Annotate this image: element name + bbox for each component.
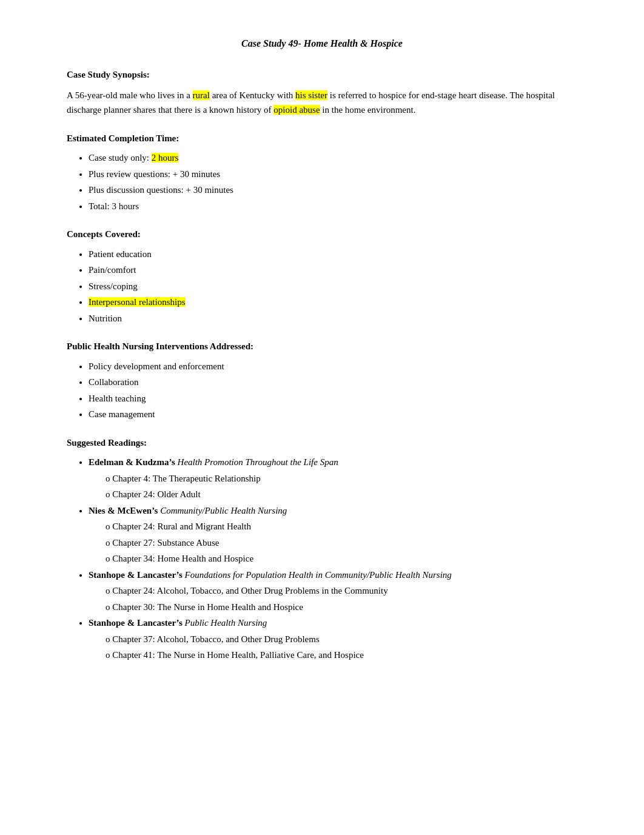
page-title: Case Study 49- Home Health & Hospice (67, 36, 577, 51)
list-item: Plus review questions: + 30 minutes (89, 167, 577, 181)
book-2-title: Community/Public Health Nursing (160, 506, 287, 515)
book-4-chapter-1: Chapter 37: Alcohol, Tobacco, and Other … (112, 634, 320, 644)
book-1-chapter-2: Chapter 24: Older Adult (112, 489, 200, 499)
list-item: Chapter 27: Substance Abuse (106, 536, 577, 550)
book-3-chapter-2: Chapter 30: The Nurse in Home Health and… (112, 602, 303, 612)
book-4-author: Stanhope & Lancaster’s (89, 618, 183, 628)
list-item: Policy development and enforcement (89, 360, 577, 374)
list-item: Total: 3 hours (89, 200, 577, 213)
list-item: Collaboration (89, 375, 577, 389)
book-3-chapter-1: Chapter 24: Alcohol, Tobacco, and Other … (112, 586, 387, 595)
list-item: Chapter 30: The Nurse in Home Health and… (106, 600, 577, 614)
concept-patient-education: Patient education (89, 249, 152, 259)
list-item: Health teaching (89, 392, 577, 406)
synopsis-text-after-rural: area of Kentucky with (210, 90, 295, 100)
his-sister-highlight: his sister (295, 90, 327, 100)
intervention-health-teaching: Health teaching (89, 394, 146, 403)
opioid-abuse-highlight: opioid abuse (273, 105, 320, 115)
book-4-chapter-2: Chapter 41: The Nurse in Home Health, Pa… (112, 650, 364, 660)
book-1-author: Edelman & Kudzma’s (89, 457, 175, 467)
rural-highlight: rural (193, 90, 210, 100)
interventions-heading: Public Health Nursing Interventions Addr… (67, 340, 577, 354)
concept-interpersonal: Interpersonal relationships (89, 297, 186, 307)
concepts-list: Patient education Pain/comfort Stress/co… (89, 247, 577, 326)
book-2-chapter-1: Chapter 24: Rural and Migrant Health (112, 521, 251, 531)
synopsis-text: A 56-year-old male who lives in a rural … (67, 88, 577, 117)
list-item: Case study only: 2 hours (89, 151, 577, 165)
list-item: Chapter 41: The Nurse in Home Health, Pa… (106, 648, 577, 662)
readings-section: Suggested Readings: Edelman & Kudzma’s H… (67, 436, 577, 662)
concept-nutrition: Nutrition (89, 314, 122, 323)
completion-item-1-prefix: Case study only: (89, 153, 152, 163)
list-item: Case management (89, 407, 577, 421)
readings-list: Edelman & Kudzma’s Health Promotion Thro… (89, 455, 577, 662)
book-4-chapters: Chapter 37: Alcohol, Tobacco, and Other … (106, 632, 577, 662)
concept-pain-comfort: Pain/comfort (89, 265, 136, 275)
book-2-author: Nies & McEwen’s (89, 506, 158, 515)
list-item: Edelman & Kudzma’s Health Promotion Thro… (89, 455, 577, 501)
list-item: Patient education (89, 247, 577, 261)
list-item: Chapter 37: Alcohol, Tobacco, and Other … (106, 632, 577, 646)
synopsis-text-after-opioid: in the home environment. (320, 105, 416, 115)
list-item: Chapter 4: The Therapeutic Relationship (106, 472, 577, 486)
book-2-chapters: Chapter 24: Rural and Migrant Health Cha… (106, 520, 577, 566)
intervention-collaboration: Collaboration (89, 377, 139, 387)
book-3-chapters: Chapter 24: Alcohol, Tobacco, and Other … (106, 584, 577, 614)
synopsis-heading: Case Study Synopsis: (67, 68, 577, 82)
concept-stress-coping: Stress/coping (89, 281, 138, 291)
book-2-chapter-2: Chapter 27: Substance Abuse (112, 538, 219, 548)
list-item: Chapter 24: Alcohol, Tobacco, and Other … (106, 584, 577, 598)
list-item: Stanhope & Lancaster’s Foundations for P… (89, 568, 577, 614)
book-1-chapters: Chapter 4: The Therapeutic Relationship … (106, 472, 577, 501)
intervention-policy: Policy development and enforcement (89, 361, 224, 371)
synopsis-section: Case Study Synopsis: A 56-year-old male … (67, 68, 577, 117)
book-3-author: Stanhope & Lancaster’s (89, 570, 183, 580)
synopsis-text-before-rural: A 56-year-old male who lives in a (67, 90, 193, 100)
book-1-title: Health Promotion Throughout the Life Spa… (178, 457, 338, 467)
completion-section: Estimated Completion Time: Case study on… (67, 132, 577, 213)
completion-heading: Estimated Completion Time: (67, 132, 577, 146)
intervention-case-management: Case management (89, 409, 155, 419)
list-item: Plus discussion questions: + 30 minutes (89, 183, 577, 197)
list-item: Chapter 34: Home Health and Hospice (106, 552, 577, 566)
book-1-chapter-1: Chapter 4: The Therapeutic Relationship (112, 474, 260, 483)
interventions-section: Public Health Nursing Interventions Addr… (67, 340, 577, 421)
completion-list: Case study only: 2 hours Plus review que… (89, 151, 577, 213)
list-item: Chapter 24: Rural and Migrant Health (106, 520, 577, 534)
book-4-title: Public Health Nursing (184, 618, 267, 628)
book-3-title: Foundations for Population Health in Com… (184, 570, 451, 580)
list-item: Interpersonal relationships (89, 295, 577, 309)
completion-item-4: Total: 3 hours (89, 201, 139, 211)
completion-item-3: Plus discussion questions: + 30 minutes (89, 185, 233, 195)
interventions-list: Policy development and enforcement Colla… (89, 360, 577, 421)
list-item: Stress/coping (89, 280, 577, 293)
list-item: Pain/comfort (89, 263, 577, 277)
concepts-heading: Concepts Covered: (67, 227, 577, 241)
list-item: Chapter 24: Older Adult (106, 488, 577, 501)
list-item: Nies & McEwen’s Community/Public Health … (89, 504, 577, 566)
book-2-chapter-3: Chapter 34: Home Health and Hospice (112, 554, 253, 563)
list-item: Nutrition (89, 312, 577, 326)
list-item: Stanhope & Lancaster’s Public Health Nur… (89, 616, 577, 662)
completion-item-1-highlight: 2 hours (152, 153, 179, 163)
concepts-section: Concepts Covered: Patient education Pain… (67, 227, 577, 325)
readings-heading: Suggested Readings: (67, 436, 577, 450)
completion-item-2: Plus review questions: + 30 minutes (89, 169, 220, 179)
